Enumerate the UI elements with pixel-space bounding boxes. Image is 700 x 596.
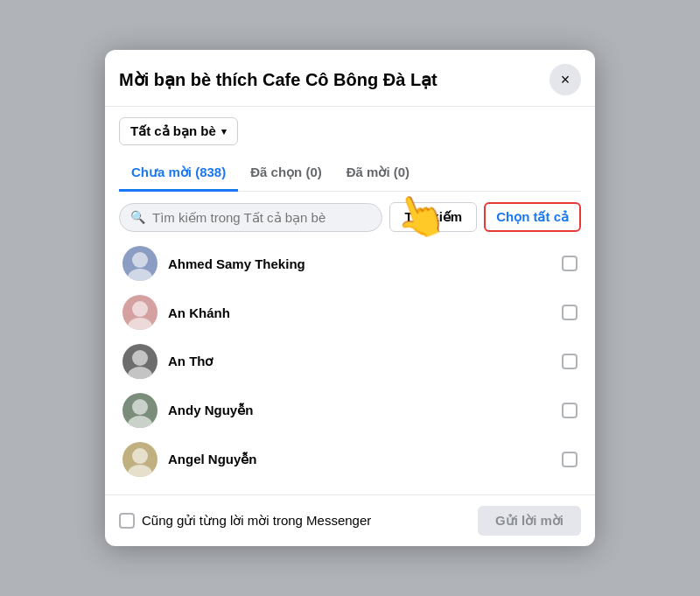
svg-point-0: [132, 252, 148, 268]
footer-left: Cũng gửi từng lời mời trong Messenger: [119, 513, 371, 529]
svg-point-1: [128, 269, 152, 281]
modal-footer: Cũng gửi từng lời mời trong Messenger Gử…: [105, 494, 595, 546]
svg-point-2: [132, 301, 148, 317]
modal-header: Mời bạn bè thích Cafe Cô Bông Đà Lạt ×: [105, 50, 595, 107]
friend-checkbox[interactable]: [562, 452, 578, 467]
friends-list: Ahmed Samy Theking An Khánh An Thơ: [119, 239, 581, 484]
invite-friends-modal: Mời bạn bè thích Cafe Cô Bông Đà Lạt × T…: [105, 50, 595, 546]
search-row: 🔍 Tìm kiếm Chọn tất cả: [119, 202, 581, 232]
list-item[interactable]: Angel Nguyễn: [119, 435, 581, 484]
filter-dropdown[interactable]: Tất cả bạn bè ▾: [119, 117, 238, 145]
avatar: [122, 393, 158, 428]
friend-name: Angel Nguyễn: [168, 452, 562, 467]
svg-point-6: [132, 399, 148, 415]
modal-body: Tất cả bạn bè ▾ Chưa mời (838) Đã chọn (…: [105, 107, 595, 494]
friend-name: An Thơ: [168, 354, 562, 369]
messenger-checkbox[interactable]: [119, 513, 135, 529]
friend-name: Andy Nguyễn: [168, 403, 562, 418]
modal-title: Mời bạn bè thích Cafe Cô Bông Đà Lạt: [119, 69, 438, 90]
friend-checkbox[interactable]: [562, 403, 578, 418]
svg-point-4: [132, 350, 148, 366]
svg-point-7: [128, 416, 152, 428]
search-button[interactable]: Tìm kiếm: [389, 202, 477, 232]
send-invite-button[interactable]: Gửi lời mời: [478, 506, 581, 536]
messenger-label: Cũng gửi từng lời mời trong Messenger: [142, 513, 371, 529]
filter-label: Tất cả bạn bè: [130, 123, 216, 139]
avatar: [122, 344, 158, 379]
close-button[interactable]: ×: [550, 64, 581, 95]
svg-point-8: [132, 448, 148, 464]
tabs-container: Chưa mời (838) Đã chọn (0) Đã mời (0): [119, 156, 581, 192]
avatar: [122, 442, 158, 477]
close-icon: ×: [561, 71, 570, 89]
tab-da-chon[interactable]: Đã chọn (0): [238, 156, 334, 192]
friend-name: An Khánh: [168, 305, 562, 320]
search-icon: 🔍: [130, 210, 145, 224]
avatar: [122, 295, 158, 330]
friend-checkbox[interactable]: [562, 305, 578, 320]
tab-chua-moi[interactable]: Chưa mời (838): [119, 156, 238, 192]
svg-point-9: [128, 465, 152, 477]
avatar: [122, 246, 158, 281]
svg-point-3: [128, 318, 152, 330]
search-wrapper: 🔍: [119, 203, 382, 232]
chevron-down-icon: ▾: [221, 126, 227, 137]
search-input[interactable]: [152, 210, 371, 225]
friend-name: Ahmed Samy Theking: [168, 256, 562, 271]
friend-checkbox[interactable]: [562, 256, 578, 271]
friend-checkbox[interactable]: [562, 354, 578, 369]
list-item[interactable]: An Thơ: [119, 337, 581, 386]
list-item[interactable]: An Khánh: [119, 288, 581, 337]
list-item[interactable]: Ahmed Samy Theking: [119, 239, 581, 288]
svg-point-5: [128, 367, 152, 379]
tab-da-moi[interactable]: Đã mời (0): [334, 156, 422, 192]
list-item[interactable]: Andy Nguyễn: [119, 386, 581, 435]
select-all-button[interactable]: Chọn tất cả: [484, 202, 581, 232]
